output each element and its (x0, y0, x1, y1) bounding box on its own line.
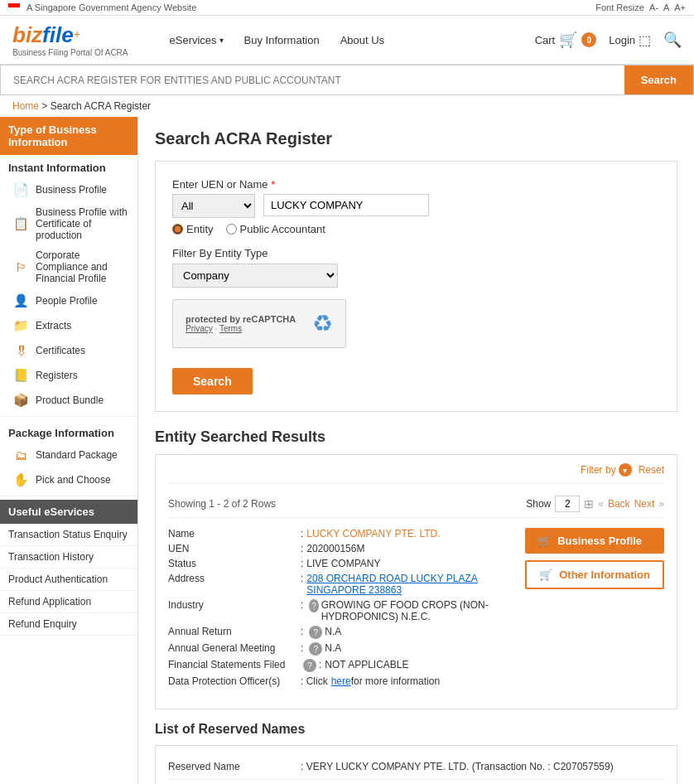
recaptcha-text: protected by reCAPTCHA Privacy · Terms (186, 314, 296, 333)
entity-uen-row: UEN : 202000156M (168, 543, 517, 554)
entity-address-val[interactable]: 208 ORCHARD ROAD LUCKY PLAZA SINGAPORE 2… (306, 573, 517, 596)
sidebar-refund-enquiry[interactable]: Refund Enquiry (0, 613, 137, 636)
annual-return-help-icon[interactable]: ? (309, 626, 322, 639)
entity-radio-label[interactable]: Entity (172, 223, 214, 235)
font-small-btn[interactable]: A- (649, 2, 658, 12)
nav-eservices[interactable]: eServices ▾ (161, 30, 232, 51)
gov-label: A Singapore Government Agency Website (8, 2, 196, 12)
sidebar-people-label: People Profile (36, 295, 98, 307)
sidebar-product-auth[interactable]: Product Authentication (0, 569, 137, 591)
entity-status-key: Status (168, 558, 301, 569)
registers-icon: 📒 (12, 367, 29, 384)
sidebar-transaction-status[interactable]: Transaction Status Enquiry (0, 524, 137, 546)
cart-label: Cart (535, 34, 556, 46)
certificates-icon: 🎖 (12, 342, 29, 359)
sidebar-bp-cert-label: Business Profile with Certificate of pro… (36, 206, 129, 241)
entity-status-row: Status : LIVE COMPANY (168, 558, 517, 569)
recaptcha-box[interactable]: protected by reCAPTCHA Privacy · Terms ♻ (172, 299, 346, 348)
sg-flag-icon (8, 3, 20, 12)
fin-stmt-help-icon[interactable]: ? (303, 659, 316, 672)
required-marker: * (271, 178, 275, 191)
show-count-input-top[interactable] (555, 496, 580, 512)
entity-info: Name : LUCKY COMPANY PTE. LTD. UEN : 202… (168, 528, 517, 690)
main-search-button[interactable]: Search (624, 65, 693, 94)
sidebar-corp-label: Corporate Compliance and Financial Profi… (36, 249, 129, 284)
entity-name-row: Name : LUCKY COMPANY PTE. LTD. (168, 528, 517, 540)
font-large-btn[interactable]: A+ (674, 2, 686, 12)
other-information-button[interactable]: 🛒 Other Information (525, 560, 664, 589)
search-type-select[interactable]: All UEN Name (172, 194, 255, 218)
entity-type-radio-group: Entity Public Accountant (172, 223, 660, 235)
sidebar-standard-package-label: Standard Package (36, 449, 118, 461)
font-normal-btn[interactable]: A (663, 2, 669, 12)
breadcrumb-current: Search ACRA Register (51, 100, 151, 112)
logo-tagline: Business Filing Portal Of ACRA (12, 48, 128, 57)
agm-help-icon[interactable]: ? (309, 642, 322, 656)
sidebar-item-corporate-compliance[interactable]: 🏳 Corporate Compliance and Financial Pro… (0, 245, 137, 288)
entity-type-select[interactable]: Company Business Limited Liability Partn… (172, 264, 338, 288)
reserved-name-key: Reserved Name (168, 761, 301, 772)
reset-button[interactable]: Reset (639, 464, 664, 476)
cart-button[interactable]: Cart 🛒 0 (535, 31, 597, 49)
dpo-here-link[interactable]: here (331, 675, 351, 687)
entity-uen-val: 202000156M (306, 543, 364, 554)
entity-address-row: Address : 208 ORCHARD ROAD LUCKY PLAZA S… (168, 573, 517, 596)
sidebar: Type of Business Information Instant Inf… (0, 117, 138, 784)
sidebar-item-certificates[interactable]: 🎖 Certificates (0, 338, 137, 363)
main-content: Search ACRA Register Enter UEN or Name *… (138, 117, 694, 784)
logo-file-text: file (42, 22, 74, 47)
sidebar-divider-1 (0, 416, 137, 417)
recaptcha-links: Privacy · Terms (186, 324, 296, 333)
nav-about-us[interactable]: About Us (332, 30, 393, 51)
entity-industry-key: Industry (168, 599, 301, 622)
entity-agm-row: Annual General Meeting : ? N.A (168, 642, 517, 656)
public-accountant-radio[interactable] (226, 224, 237, 235)
login-button[interactable]: Login ⬚ (609, 32, 651, 48)
eservices-arrow-icon: ▾ (219, 36, 224, 45)
header-search-icon[interactable]: 🔍 (663, 31, 682, 49)
next-btn-top[interactable]: Next (634, 498, 655, 510)
nav-buy-information[interactable]: Buy Information (236, 30, 328, 51)
sidebar-item-standard-package[interactable]: 🗂 Standard Package (0, 443, 137, 467)
results-filter-row: Filter by ▾ Reset (168, 463, 664, 484)
sidebar-item-product-bundle[interactable]: 📦 Product Bundle (0, 388, 137, 413)
last-page-btn-top[interactable]: » (658, 498, 664, 510)
bottom-show-row: Showing 1 - 2 of 2 Rows Show ⊞ « Back Ne… (168, 780, 664, 784)
main-search-input[interactable] (1, 65, 624, 94)
sidebar-transaction-history[interactable]: Transaction History (0, 546, 137, 569)
instant-info-title: Instant Information (0, 155, 137, 177)
sidebar-item-registers[interactable]: 📒 Registers (0, 363, 137, 388)
form-search-button[interactable]: Search (172, 368, 253, 394)
entity-annual-return-val: N.A (325, 626, 341, 639)
recaptcha-icon: ♻ (312, 310, 333, 337)
cart-action-icon: 🛒 (537, 535, 551, 547)
breadcrumb-home[interactable]: Home (12, 100, 39, 112)
corporate-compliance-icon: 🏳 (12, 259, 29, 275)
sidebar-item-business-profile[interactable]: 📄 Business Profile (0, 177, 137, 202)
first-page-btn-top[interactable]: « (598, 498, 604, 510)
entity-annual-return-key: Annual Return (168, 626, 301, 639)
entity-industry-val: GROWING OF FOOD CROPS (NON-HYDROPONICS) … (321, 599, 518, 622)
sidebar-item-pick-choose[interactable]: ✋ Pick and Choose (0, 467, 137, 492)
recaptcha-terms-link[interactable]: Terms (219, 324, 242, 333)
sidebar-item-extracts[interactable]: 📁 Extracts (0, 313, 137, 338)
public-accountant-radio-label[interactable]: Public Accountant (226, 223, 325, 235)
uen-label: Enter UEN or Name * (172, 178, 660, 191)
results-title: Entity Searched Results (155, 428, 677, 446)
recaptcha-privacy-link[interactable]: Privacy (186, 324, 213, 333)
entity-fin-stmt-row: Financial Statements Filed ? : NOT APPLI… (168, 659, 517, 672)
sidebar-refund-application[interactable]: Refund Application (0, 591, 137, 613)
sidebar-item-business-profile-cert[interactable]: 📋 Business Profile with Certificate of p… (0, 202, 137, 245)
page-title: Search ACRA Register (155, 129, 677, 148)
entity-agm-val: N.A (325, 642, 341, 656)
business-profile-icon: 📄 (12, 181, 29, 198)
sidebar-item-people-profile[interactable]: 👤 People Profile (0, 288, 137, 313)
entity-radio[interactable] (172, 224, 183, 235)
filter-by-button[interactable]: Filter by ▾ (581, 463, 632, 477)
uen-name-input[interactable] (263, 194, 429, 216)
back-btn-top[interactable]: Back (608, 498, 630, 510)
industry-help-icon[interactable]: ? (309, 599, 318, 612)
business-profile-button[interactable]: 🛒 Business Profile (525, 528, 664, 554)
sidebar-certificates-label: Certificates (36, 345, 85, 356)
entity-name-val: LUCKY COMPANY PTE. LTD. (306, 528, 440, 540)
